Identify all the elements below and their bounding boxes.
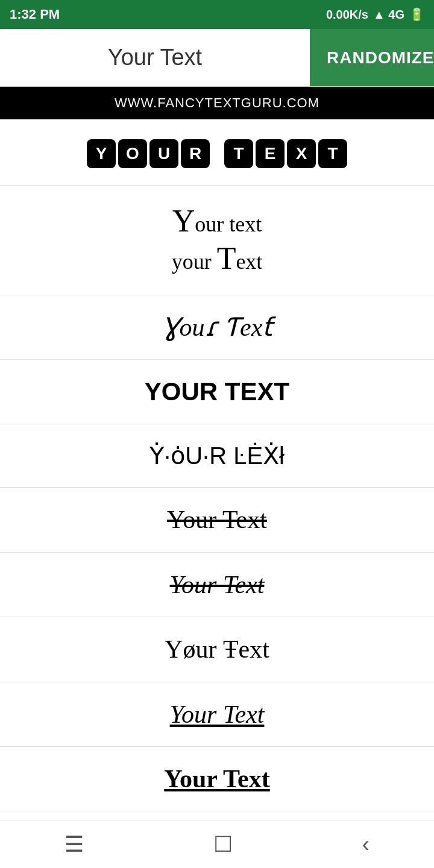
list-item[interactable]: Ɣouɾ Ƭexƭ — [0, 295, 434, 360]
underline2-text: Your Text — [164, 765, 269, 793]
boxed-text: Y O U R T E X T — [87, 139, 347, 168]
text-style-list: Y O U R T E X T Your text your Text Ɣouɾ… — [0, 119, 434, 868]
list-item[interactable]: Your Text — [0, 553, 434, 617]
signal-icon: ▲ 4G — [373, 8, 404, 22]
text-input[interactable] — [0, 29, 310, 86]
battery-icon: 🔋 — [409, 7, 424, 22]
menu-button[interactable]: ☰ — [46, 826, 102, 863]
back-button[interactable]: ‹ — [344, 826, 388, 863]
medieval-text: Ɣouɾ Ƭexƭ — [162, 313, 272, 341]
list-item[interactable]: Your Text — [0, 747, 434, 811]
uppercase-text: YOUR TEXT — [145, 377, 289, 406]
big-small-text: Your text your Text — [12, 203, 422, 278]
strikethrough1-text: Your Text — [167, 506, 267, 533]
list-item[interactable]: Yøur Ŧext — [0, 617, 434, 682]
randomize-button[interactable]: RANDOMIZE — [310, 29, 434, 86]
strikethrough2-text: Your Text — [170, 571, 265, 599]
list-item[interactable]: Your Text — [0, 488, 434, 552]
status-bar: 1:32 PM 0.00K/s ▲ 4G 🔋 — [0, 0, 434, 29]
list-item[interactable]: Ẏ·ȯU·R ĿĖẊł — [0, 424, 434, 488]
bottom-nav: ☰ ☐ ‹ — [0, 820, 434, 868]
list-item[interactable]: Your Text — [0, 682, 434, 747]
list-item[interactable]: YOUR TEXT — [0, 360, 434, 424]
dotaccent-text: Ẏ·ȯU·R ĿĖẊł — [149, 442, 285, 469]
network-speed: 0.00K/s — [326, 8, 368, 22]
website-banner: WWW.FANCYTEXTGURU.COM — [0, 87, 434, 119]
list-item[interactable]: Your text your Text — [0, 186, 434, 295]
time: 1:32 PM — [10, 7, 60, 22]
home-button[interactable]: ☐ — [195, 826, 251, 863]
slash-text: Yøur Ŧext — [165, 635, 269, 663]
list-item[interactable]: Y O U R T E X T — [0, 119, 434, 186]
status-right: 0.00K/s ▲ 4G 🔋 — [326, 7, 424, 22]
app-header: RANDOMIZE — [0, 29, 434, 87]
underline1-text: Your Text — [170, 700, 265, 728]
